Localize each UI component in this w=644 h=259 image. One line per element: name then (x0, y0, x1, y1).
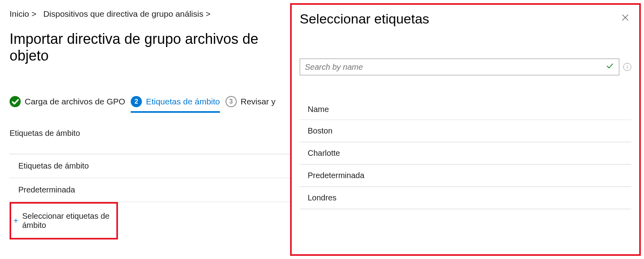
panel-title: Seleccionar etiquetas (300, 11, 429, 27)
wizard-step-upload[interactable]: Carga de archivos de GPO (10, 96, 125, 113)
tags-list: Name Boston Charlotte Predeterminada Lon… (300, 99, 631, 209)
main-content: Inicio > Dispositivos que directiva de g… (0, 0, 290, 259)
close-button[interactable] (619, 11, 631, 26)
panel-header: Seleccionar etiquetas (300, 11, 631, 27)
page-title: Importar directiva de grupo archivos de … (10, 31, 290, 64)
breadcrumb-separator: > (206, 9, 210, 18)
search-input[interactable] (305, 63, 605, 72)
list-item[interactable]: Boston (300, 120, 631, 142)
checkmark-icon (605, 61, 614, 73)
breadcrumb-home[interactable]: Inicio (10, 9, 29, 18)
scope-tags-table: Etiquetas de ámbito Predeterminada (10, 154, 290, 202)
wizard-step-review[interactable]: 3 Revisar y (226, 96, 276, 113)
list-item[interactable]: Charlotte (300, 142, 631, 165)
section-label: Etiquetas de ámbito (10, 129, 290, 138)
step-number-badge: 3 (226, 96, 237, 107)
search-box[interactable] (300, 59, 619, 75)
highlight-box: + Seleccionar etiquetas de ámbito (10, 202, 118, 239)
breadcrumb: Inicio > Dispositivos que directiva de g… (10, 8, 290, 20)
select-tags-panel: Seleccionar etiquetas i Name Boston Char… (290, 3, 641, 256)
close-icon (621, 13, 630, 22)
checkmark-icon (10, 96, 21, 107)
list-item[interactable]: Predeterminada (300, 165, 631, 187)
wizard-step-label: Carga de archivos de GPO (25, 97, 125, 106)
info-icon[interactable]: i (623, 63, 631, 71)
add-link-label: Seleccionar etiquetas de ámbito (22, 212, 114, 230)
wizard-step-label: Etiquetas de ámbito (146, 97, 220, 106)
table-header: Etiquetas de ámbito (10, 154, 290, 178)
search-row: i (300, 59, 631, 75)
step-number-badge: 2 (131, 96, 142, 107)
list-item[interactable]: Londres (300, 187, 631, 209)
wizard-step-label: Revisar y (241, 97, 276, 106)
breadcrumb-separator: > (31, 9, 36, 18)
plus-icon: + (14, 216, 18, 226)
table-row[interactable]: Predeterminada (10, 178, 290, 202)
wizard-steps: Carga de archivos de GPO 2 Etiquetas de … (10, 96, 290, 113)
wizard-step-scope-tags[interactable]: 2 Etiquetas de ámbito (131, 96, 220, 113)
column-header-name[interactable]: Name (300, 99, 631, 120)
select-scope-tags-link[interactable]: + Seleccionar etiquetas de ámbito (14, 212, 114, 230)
breadcrumb-devices[interactable]: Dispositivos que directiva de grupo anál… (43, 9, 204, 18)
